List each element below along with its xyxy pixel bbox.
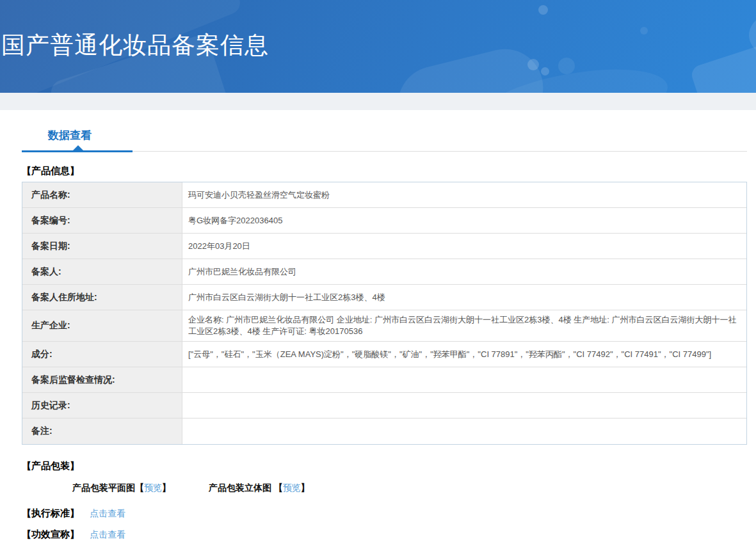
row-value: ["云母"，"硅石"，"玉米（ZEA MAYS)淀粉"，"硬脂酸镁"，"矿油"，…	[182, 342, 746, 367]
table-row: 成分: ["云母"，"硅石"，"玉米（ZEA MAYS)淀粉"，"硬脂酸镁"，"…	[22, 342, 746, 367]
table-row: 备案编号: 粤G妆网备字2022036405	[22, 208, 746, 234]
row-value	[182, 418, 746, 444]
section-title-product-info: 【产品信息】	[22, 165, 734, 177]
table-row: 备案日期: 2022年03月20日	[22, 234, 746, 259]
table-row: 备案后监督检查情况:	[22, 367, 746, 393]
bracket-open: 【	[274, 482, 283, 493]
row-value: 企业名称: 广州市巴妮兰化妆品有限公司 企业地址: 广州市白云区白云湖街大朗十一…	[182, 310, 746, 341]
row-label: 备案人:	[22, 259, 182, 284]
standard-view-link[interactable]: 点击查看	[90, 508, 125, 518]
row-label: 产品名称:	[22, 182, 182, 207]
main-content: 数据查看 【产品信息】 产品名称: 玛可安迪小贝壳轻盈丝滑空气定妆蜜粉 备案编号…	[0, 127, 756, 541]
row-value: 广州市巴妮兰化妆品有限公司	[182, 259, 746, 284]
tab-data-view[interactable]: 数据查看	[48, 128, 92, 143]
header-sub-strip	[0, 93, 756, 110]
efficacy-view-link[interactable]: 点击查看	[90, 529, 125, 539]
bracket-close: 】	[162, 482, 171, 493]
row-label: 历史记录:	[22, 393, 182, 418]
row-label: 成分:	[22, 342, 182, 367]
packaging-flat-preview-link[interactable]: 预览	[144, 482, 162, 493]
table-row: 备案人: 广州市巴妮兰化妆品有限公司	[22, 259, 746, 285]
product-info-table: 产品名称: 玛可安迪小贝壳轻盈丝滑空气定妆蜜粉 备案编号: 粤G妆网备字2022…	[22, 182, 747, 445]
tab-underline	[22, 150, 747, 152]
decorative-band	[689, 25, 756, 93]
decorative-band	[390, 41, 551, 93]
decorative-circle	[541, 67, 549, 76]
row-value: 2022年03月20日	[182, 234, 746, 259]
table-row: 备注:	[22, 418, 746, 444]
table-row: 历史记录:	[22, 393, 746, 418]
table-row: 备案人住所地址: 广州市白云区白云湖街大朗十一社工业区2栋3楼、4楼	[22, 285, 746, 310]
tab-rule-active	[22, 150, 133, 152]
page-title: 国产普通化妆品备案信息	[1, 29, 269, 61]
tab-bar: 数据查看	[22, 127, 734, 152]
bracket-open: 【	[135, 482, 144, 493]
packaging-flat-label: 产品包装平面图	[72, 482, 135, 493]
row-label: 备案日期:	[22, 234, 182, 259]
row-value	[182, 367, 746, 392]
packaging-stereo-preview-link[interactable]: 预览	[283, 482, 301, 493]
row-value: 广州市白云区白云湖街大朗十一社工业区2栋3楼、4楼	[182, 285, 746, 310]
decorative-ellipse	[473, 58, 672, 93]
row-label: 备注:	[22, 418, 182, 444]
standard-row: 【执行标准】 点击查看	[22, 507, 734, 520]
decorative-circle	[640, 27, 648, 35]
packaging-stereo-group: 产品包装立体图 【预览】	[209, 482, 310, 494]
section-title-packaging: 【产品包装】	[22, 460, 734, 472]
row-value: 粤G妆网备字2022036405	[182, 208, 746, 233]
efficacy-row: 【功效宣称】 点击查看	[22, 529, 734, 541]
tab-active-arrow-icon	[73, 145, 83, 150]
decorative-circle	[527, 59, 539, 70]
decorative-circle	[538, 5, 548, 15]
bracket-close: 】	[301, 482, 310, 493]
row-label: 备案后监督检查情况:	[22, 367, 182, 392]
row-label: 备案人住所地址:	[22, 285, 182, 310]
decorative-circle	[558, 58, 575, 74]
table-row: 产品名称: 玛可安迪小贝壳轻盈丝滑空气定妆蜜粉	[22, 182, 746, 208]
page-header-banner: 国产普通化妆品备案信息	[0, 0, 756, 93]
row-value	[182, 393, 746, 418]
table-row: 生产企业: 企业名称: 广州市巴妮兰化妆品有限公司 企业地址: 广州市白云区白云…	[22, 310, 746, 342]
packaging-flat-group: 产品包装平面图【预览】	[72, 482, 171, 494]
packaging-links-row: 产品包装平面图【预览】 产品包装立体图 【预览】	[22, 482, 734, 494]
row-label: 备案编号:	[22, 208, 182, 233]
row-value: 玛可安迪小贝壳轻盈丝滑空气定妆蜜粉	[182, 182, 746, 207]
packaging-stereo-label: 产品包装立体图	[209, 482, 274, 493]
section-title-standard: 【执行标准】	[22, 507, 79, 520]
decorative-ellipse	[749, 6, 756, 64]
row-label: 生产企业:	[22, 310, 182, 341]
section-title-efficacy: 【功效宣称】	[22, 529, 79, 541]
